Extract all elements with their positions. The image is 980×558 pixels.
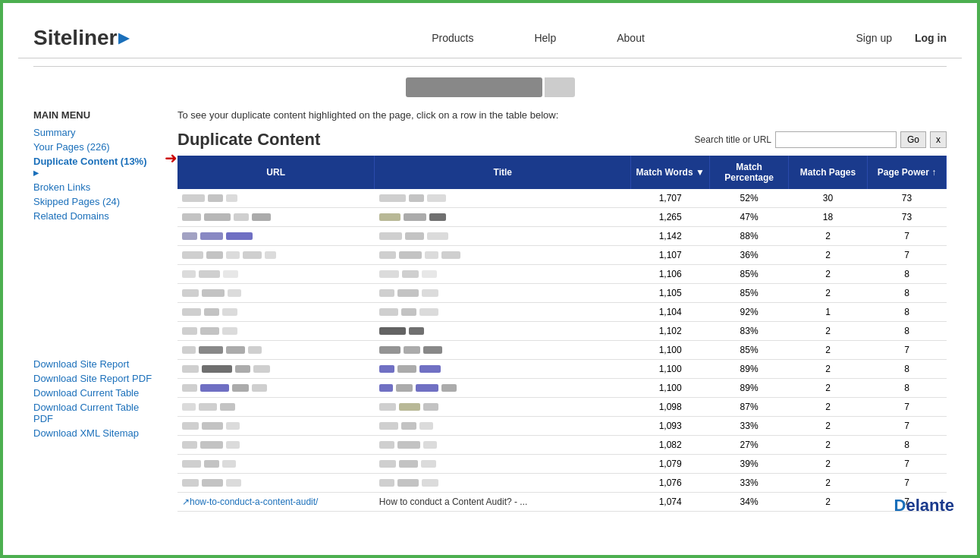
sidebar-item-broken-links[interactable]: Broken Links: [33, 181, 155, 193]
download-current-table[interactable]: Download Current Table: [33, 387, 155, 399]
table-row[interactable]: 1,10089%28: [177, 360, 947, 379]
page-power-cell: 73: [868, 208, 947, 227]
url-cell: [177, 265, 375, 284]
page-power-cell: 7: [868, 474, 947, 493]
match-pages-cell: 2: [789, 398, 868, 417]
page-power-cell: 7: [868, 398, 947, 417]
delante-rest: elante: [906, 496, 954, 515]
table-row[interactable]: 1,09887%27: [177, 398, 947, 417]
match-pages-cell: 2: [789, 322, 868, 341]
table-row[interactable]: 1,14288%27: [177, 227, 947, 246]
table-row[interactable]: 1,10585%28: [177, 284, 947, 303]
top-search-area: [18, 77, 962, 97]
sidebar-item-summary[interactable]: Summary: [33, 127, 155, 138]
match-pages-cell: 2: [789, 360, 868, 379]
match-pct-cell: 87%: [710, 398, 789, 417]
match-words-cell: 1,082: [631, 436, 710, 455]
sign-up-link[interactable]: Sign up: [856, 32, 892, 44]
url-cell: [177, 455, 375, 474]
sidebar-downloads: Download Site Report Download Site Repor…: [33, 358, 155, 439]
match-pages-cell: 2: [789, 246, 868, 265]
sidebar-item-related-domains[interactable]: Related Domains: [33, 210, 155, 222]
col-header-match-words[interactable]: Match Words ▼: [631, 156, 710, 189]
match-pages-cell: 1: [789, 303, 868, 322]
nav-about[interactable]: About: [617, 32, 645, 44]
content-header: Duplicate Content Search title or URL Go…: [177, 130, 947, 150]
download-xml-sitemap[interactable]: Download XML Sitemap: [33, 427, 155, 439]
col-header-url[interactable]: URL: [177, 156, 375, 189]
page-power-cell: 7: [868, 246, 947, 265]
match-pct-cell: 89%: [710, 360, 789, 379]
table-row[interactable]: 1,10685%28: [177, 265, 947, 284]
download-site-report[interactable]: Download Site Report: [33, 358, 155, 370]
match-pages-cell: 2: [789, 379, 868, 398]
nav-help[interactable]: Help: [534, 32, 556, 44]
table-header-row: URL Title Match Words ▼ Match Percentage…: [177, 156, 947, 189]
match-words-cell: 1,074: [631, 493, 710, 512]
download-current-table-pdf[interactable]: Download Current Table PDF: [33, 402, 155, 424]
title-cell: [375, 398, 631, 417]
match-words-cell: 1,100: [631, 341, 710, 360]
table-row[interactable]: 1,07939%27: [177, 455, 947, 474]
url-cell: [177, 360, 375, 379]
col-header-match-pct[interactable]: Match Percentage: [710, 156, 789, 189]
go-button[interactable]: Go: [900, 131, 926, 148]
clear-button[interactable]: x: [930, 131, 947, 148]
match-pages-cell: 2: [789, 493, 868, 512]
title-cell: How to conduct a Content Audit? - ...: [375, 493, 631, 512]
url-cell: ↗how-to-conduct-a-content-audit/: [177, 493, 375, 512]
table-row[interactable]: 1,10736%27: [177, 246, 947, 265]
match-words-cell: 1,100: [631, 360, 710, 379]
match-words-cell: 1,265: [631, 208, 710, 227]
table-row[interactable]: 1,10492%18: [177, 303, 947, 322]
page-power-cell: 8: [868, 303, 947, 322]
page-power-cell: 8: [868, 265, 947, 284]
sidebar-item-duplicate-content[interactable]: Duplicate Content (13%) ▸: [33, 156, 155, 178]
col-header-title[interactable]: Title: [375, 156, 631, 189]
page-title: Duplicate Content: [177, 130, 320, 150]
match-words-cell: 1,105: [631, 284, 710, 303]
search-url-area: Search title or URL Go x: [695, 131, 947, 148]
table-row[interactable]: 1,10089%28: [177, 379, 947, 398]
url-cell: [177, 417, 375, 436]
table-row[interactable]: 1,09333%27: [177, 417, 947, 436]
url-cell: [177, 284, 375, 303]
duplicate-content-table: URL Title Match Words ▼ Match Percentage…: [177, 156, 947, 512]
match-pct-cell: 92%: [710, 303, 789, 322]
title-cell: [375, 322, 631, 341]
table-row[interactable]: ↗how-to-conduct-a-content-audit/ How to …: [177, 493, 947, 512]
url-link[interactable]: ↗how-to-conduct-a-content-audit/: [182, 497, 318, 507]
match-pct-cell: 33%: [710, 417, 789, 436]
page-power-cell: 8: [868, 379, 947, 398]
search-url-input[interactable]: [775, 131, 897, 148]
table-row[interactable]: 1,26547%1873: [177, 208, 947, 227]
table-row[interactable]: 1,08227%28: [177, 436, 947, 455]
match-pages-cell: 2: [789, 227, 868, 246]
match-words-cell: 1,102: [631, 322, 710, 341]
url-cell: [177, 208, 375, 227]
col-header-page-power[interactable]: Page Power ↑: [868, 156, 947, 189]
title-cell: [375, 379, 631, 398]
download-site-report-pdf[interactable]: Download Site Report PDF: [33, 373, 155, 384]
content-area: To see your duplicate content highlighte…: [177, 109, 947, 512]
nav-products[interactable]: Products: [432, 32, 473, 44]
table-row[interactable]: 1,07633%27: [177, 474, 947, 493]
title-cell: [375, 455, 631, 474]
title-cell: [375, 265, 631, 284]
page-power-cell: 7: [868, 455, 947, 474]
match-words-cell: 1,093: [631, 417, 710, 436]
sidebar-item-your-pages[interactable]: Your Pages (226): [33, 141, 155, 153]
table-row[interactable]: 1,70752%3073: [177, 189, 947, 208]
log-in-link[interactable]: Log in: [915, 32, 947, 44]
col-header-match-pages[interactable]: Match Pages: [789, 156, 868, 189]
match-pct-cell: 47%: [710, 208, 789, 227]
main-layout: MAIN MENU Summary Your Pages (226) Dupli…: [18, 109, 962, 512]
match-pct-cell: 85%: [710, 341, 789, 360]
table-row[interactable]: 1,10283%28: [177, 322, 947, 341]
sidebar-item-skipped-pages[interactable]: Skipped Pages (24): [33, 196, 155, 207]
url-cell: [177, 303, 375, 322]
match-pct-cell: 83%: [710, 322, 789, 341]
title-cell: [375, 189, 631, 208]
table-row[interactable]: 1,10085%27: [177, 341, 947, 360]
delante-logo: Delante: [894, 496, 954, 515]
